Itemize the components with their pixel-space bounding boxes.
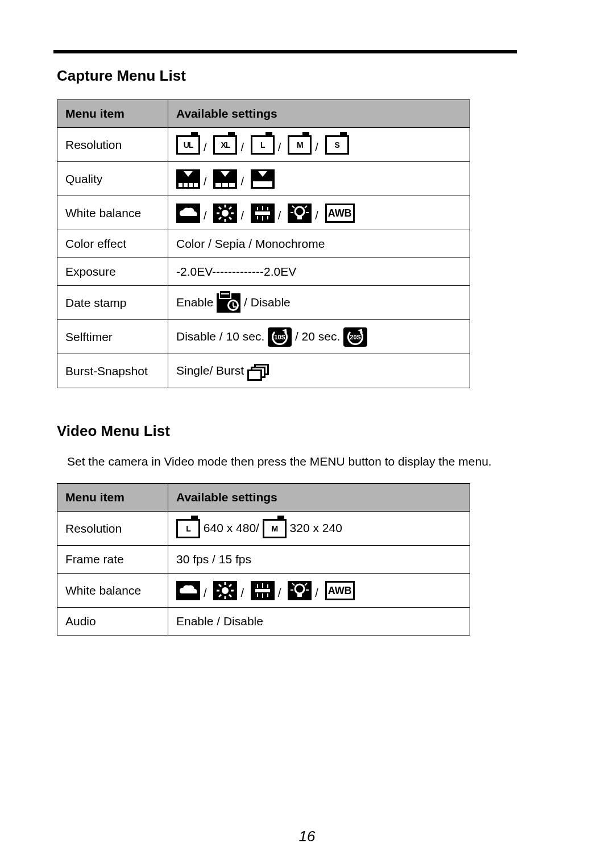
settings-selftimer: Disable / 10 sec. 10S / 20 sec. 20S (168, 320, 470, 354)
row-exposure: Exposure -2.0EV-------------2.0EV (57, 258, 470, 286)
header-menu-item: Menu item (57, 484, 168, 512)
label-color-effect: Color effect (57, 230, 168, 258)
video-menu-table: Menu item Available settings Resolution … (57, 483, 470, 636)
capture-menu-table: Menu item Available settings Resolution … (57, 99, 470, 388)
wb-fluorescent-icon (251, 581, 275, 600)
svg-rect-31 (255, 589, 270, 592)
svg-line-8 (219, 217, 221, 219)
resolution-s-icon: S (325, 135, 349, 155)
wb-tungsten-icon (288, 203, 312, 223)
timer-10s-icon: 10S (268, 327, 292, 347)
table-header-row: Menu item Available settings (57, 484, 470, 512)
settings-resolution: UL/ XL/ L/ M/ S (168, 128, 470, 162)
svg-line-30 (219, 595, 221, 597)
quality-low-icon (251, 169, 275, 189)
row-audio: Audio Enable / Disable (57, 608, 470, 636)
label-video-wb: White balance (57, 574, 168, 608)
quality-med-icon (213, 169, 237, 189)
svg-line-18 (292, 206, 294, 208)
label-date-stamp: Date stamp (57, 286, 168, 320)
row-quality: Quality / / (57, 162, 470, 196)
label-frame-rate: Frame rate (57, 546, 168, 574)
row-video-wb: White balance / / / / AWB (57, 574, 470, 608)
page-content: Capture Menu List Menu item Available se… (53, 67, 517, 670)
wb-cloudy-icon (176, 203, 200, 223)
wb-sunny-icon (213, 581, 237, 600)
quality-high-icon (176, 169, 200, 189)
svg-line-27 (219, 584, 221, 587)
label-white-balance: White balance (57, 196, 168, 230)
settings-date-stamp: Enable / Disable (168, 286, 470, 320)
svg-line-40 (292, 583, 294, 585)
header-settings: Available settings (168, 100, 470, 128)
resolution-ul-icon: UL (176, 135, 200, 155)
settings-frame-rate: 30 fps / 15 fps (168, 546, 470, 574)
resolution-m-icon: M (263, 519, 287, 538)
svg-line-6 (229, 217, 231, 219)
settings-exposure: -2.0EV-------------2.0EV (168, 258, 470, 286)
settings-color-effect: Color / Sepia / Monochrome (168, 230, 470, 258)
label-resolution: Resolution (57, 128, 168, 162)
svg-rect-39 (297, 593, 302, 597)
header-menu-item: Menu item (57, 100, 168, 128)
label-selftimer: Selftimer (57, 320, 168, 354)
timer-20s-icon: 20S (343, 327, 367, 347)
label-audio: Audio (57, 608, 168, 636)
settings-burst: Single/ Burst (168, 354, 470, 388)
svg-line-29 (229, 584, 231, 587)
row-white-balance: White balance / / / / AWB (57, 196, 470, 230)
date-stamp-icon (217, 293, 240, 313)
row-resolution: Resolution UL/ XL/ L/ M/ S (57, 128, 470, 162)
row-color-effect: Color effect Color / Sepia / Monochrome (57, 230, 470, 258)
svg-line-41 (305, 583, 307, 585)
svg-line-19 (305, 206, 307, 208)
resolution-l-icon: L (176, 519, 200, 538)
settings-white-balance: / / / / AWB (168, 196, 470, 230)
page-number: 16 (0, 828, 614, 845)
svg-line-7 (229, 207, 231, 209)
table-header-row: Menu item Available settings (57, 100, 470, 128)
wb-sunny-icon (213, 203, 237, 223)
resolution-l-icon: L (251, 135, 275, 155)
row-selftimer: Selftimer Disable / 10 sec. 10S / 20 sec… (57, 320, 470, 354)
svg-point-0 (222, 210, 229, 217)
resolution-m-icon: M (288, 135, 312, 155)
svg-point-22 (222, 587, 229, 594)
wb-cloudy-icon (176, 581, 200, 600)
wb-tungsten-icon (288, 581, 312, 600)
label-exposure: Exposure (57, 258, 168, 286)
video-intro: Set the camera in Video mode then press … (67, 455, 517, 468)
settings-video-resolution: L 640 x 480/ M 320 x 240 (168, 512, 470, 546)
video-section: Video Menu List Set the camera in Video … (53, 422, 517, 636)
burst-icon (247, 362, 271, 381)
svg-rect-9 (255, 211, 270, 215)
label-burst: Burst-Snapshot (57, 354, 168, 388)
svg-point-16 (295, 207, 304, 216)
settings-audio: Enable / Disable (168, 608, 470, 636)
svg-point-38 (295, 584, 304, 593)
resolution-xl-icon: XL (213, 135, 237, 155)
row-frame-rate: Frame rate 30 fps / 15 fps (57, 546, 470, 574)
settings-quality: / / (168, 162, 470, 196)
svg-rect-17 (297, 216, 302, 219)
header-settings: Available settings (168, 484, 470, 512)
wb-awb-icon: AWB (325, 581, 355, 600)
row-video-resolution: Resolution L 640 x 480/ M 320 x 240 (57, 512, 470, 546)
page-top-rule (53, 50, 517, 53)
settings-video-wb: / / / / AWB (168, 574, 470, 608)
row-date-stamp: Date stamp Enable / Disable (57, 286, 470, 320)
label-quality: Quality (57, 162, 168, 196)
wb-fluorescent-icon (251, 203, 275, 223)
wb-awb-icon: AWB (325, 203, 355, 223)
svg-line-28 (229, 595, 231, 597)
video-title: Video Menu List (57, 422, 517, 440)
svg-line-5 (219, 207, 221, 209)
capture-title: Capture Menu List (57, 67, 517, 85)
label-video-resolution: Resolution (57, 512, 168, 546)
row-burst: Burst-Snapshot Single/ Burst (57, 354, 470, 388)
